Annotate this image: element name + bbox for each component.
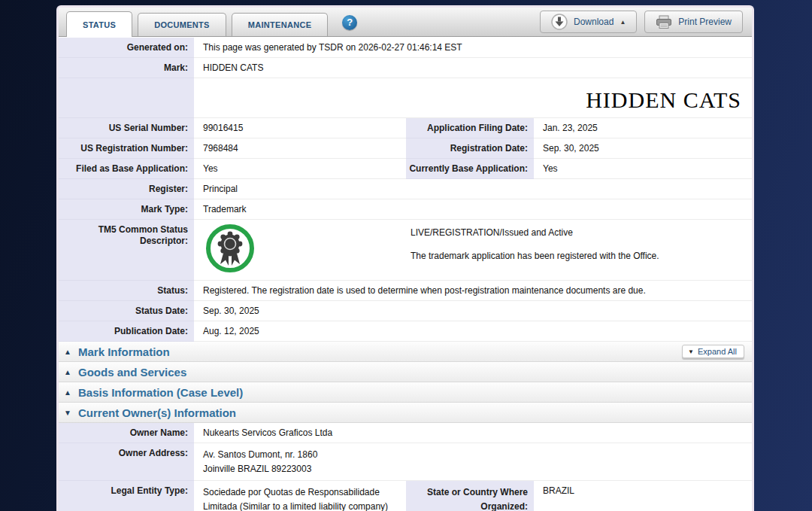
tab-maintenance[interactable]: MAINTENANCE [232, 13, 329, 36]
field-row-status: Status: Registered. The registration dat… [59, 281, 752, 301]
field-value: Sociedade por Quotas de Responsabilidade… [194, 481, 406, 511]
tab-status[interactable]: STATUS [66, 11, 132, 37]
field-label: State or Country Where Organized: [406, 481, 534, 511]
tab-strip: STATUS DOCUMENTS MAINTENANCE ? [59, 8, 357, 36]
owner-address-line1: Av. Santos Dumont, nr. 1860 [203, 448, 744, 462]
field-label: Generated on: [59, 38, 194, 58]
section-caret-icon: ▲ [64, 368, 73, 376]
section-title: Mark Information [78, 345, 170, 358]
field-row-owner-address: Owner Address: Av. Santos Dumont, nr. 18… [59, 443, 752, 481]
tm5-description: The trademark application has been regis… [411, 251, 659, 262]
expand-all-label: Expand All [698, 347, 737, 356]
field-label: Owner Address: [59, 443, 194, 481]
field-label: Status Date: [59, 301, 194, 321]
field-row-serial-filing: US Serial Number: 99016415 Application F… [59, 118, 752, 138]
live-registration-badge-icon [205, 224, 255, 273]
tsdr-panel: STATUS DOCUMENTS MAINTENANCE ? Download … [56, 5, 754, 511]
section-caret-icon: ▲ [64, 348, 73, 356]
tab-documents[interactable]: DOCUMENTS [138, 13, 226, 36]
field-label: Mark: [59, 58, 194, 78]
section-mark-information[interactable]: ▲ Mark Information ▼ Expand All [59, 342, 752, 362]
help-icon[interactable]: ? [342, 15, 357, 30]
field-row-status-date: Status Date: Sep. 30, 2025 [59, 301, 752, 321]
field-row-generated-on: Generated on: This page was generated by… [59, 38, 752, 58]
field-row-owner-name: Owner Name: Nukearts Servicos Graficos L… [59, 423, 752, 443]
mark-image: HIDDEN CATS [203, 83, 744, 113]
tm5-badge-container [203, 224, 411, 276]
print-preview-label: Print Preview [678, 17, 732, 27]
field-row-regnum-regdate: US Registration Number: 7968484 Registra… [59, 138, 752, 159]
field-label: Owner Name: [59, 423, 194, 443]
printer-icon [656, 15, 672, 29]
field-value: Yes [194, 159, 406, 179]
section-caret-icon: ▲ [64, 388, 73, 397]
owner-address-cell: Av. Santos Dumont, nr. 1860 Joinville BR… [194, 443, 752, 481]
field-value: This page was generated by TSDR on 2026-… [194, 38, 752, 58]
owner-address-line2: Joinville BRAZIL 89223003 [203, 462, 744, 476]
field-row-base-application: Filed as Base Application: Yes Currently… [59, 159, 752, 179]
field-row-register: Register: Principal [59, 179, 752, 199]
toolbar: STATUS DOCUMENTS MAINTENANCE ? Download … [59, 8, 752, 37]
field-value: Aug. 12, 2025 [194, 321, 752, 342]
field-value: 99016415 [194, 118, 406, 138]
section-caret-icon: ▼ [64, 409, 73, 417]
field-label: Filed as Base Application: [59, 159, 194, 179]
field-value: Nukearts Servicos Graficos Ltda [194, 423, 752, 443]
status-content: Generated on: This page was generated by… [59, 38, 752, 511]
section-title: Current Owner(s) Information [78, 406, 236, 419]
download-icon [551, 14, 568, 30]
download-label: Download [574, 17, 614, 27]
section-title: Basis Information (Case Level) [78, 386, 243, 399]
field-label: TM5 Common Status Descriptor: [59, 220, 194, 281]
mark-image-cell: HIDDEN CATS [194, 78, 752, 118]
field-value: Trademark [194, 199, 752, 220]
field-row-mark-type: Mark Type: Trademark [59, 199, 752, 220]
section-title: Goods and Services [78, 366, 186, 379]
tm5-value-cell: LIVE/REGISTRATION/Issued and Active The … [194, 220, 752, 281]
field-row-tm5: TM5 Common Status Descriptor: [59, 220, 752, 281]
field-value: 7968484 [194, 138, 406, 159]
download-collapse-caret-icon: ▲ [620, 19, 626, 26]
field-value: Registered. The registration date is use… [194, 281, 752, 301]
field-label: US Serial Number: [59, 118, 194, 138]
field-label: Register: [59, 179, 194, 199]
field-value: Principal [194, 179, 752, 199]
field-value: Sep. 30, 2025 [194, 301, 752, 321]
expand-all-button[interactable]: ▼ Expand All [682, 345, 744, 358]
tm5-text-block: LIVE/REGISTRATION/Issued and Active The … [411, 224, 659, 262]
field-value: HIDDEN CATS [194, 58, 752, 78]
download-button[interactable]: Download ▲ [540, 11, 637, 33]
section-basis-information[interactable]: ▲ Basis Information (Case Level) [59, 382, 752, 403]
print-preview-button[interactable]: Print Preview [644, 11, 743, 33]
section-current-owners-information[interactable]: ▼ Current Owner(s) Information [59, 403, 752, 423]
field-label: Registration Date: [406, 138, 534, 159]
field-label-empty [59, 78, 194, 118]
field-label: Currently Base Application: [406, 159, 534, 179]
mark-image-row: HIDDEN CATS [59, 78, 752, 118]
field-value: BRAZIL [534, 481, 752, 511]
field-label: Status: [59, 281, 194, 301]
field-label: US Registration Number: [59, 138, 194, 159]
field-row-legal-entity: Legal Entity Type: Sociedade por Quotas … [59, 481, 752, 511]
field-value: Yes [534, 159, 752, 179]
field-label: Application Filing Date: [406, 118, 534, 138]
field-row-publication-date: Publication Date: Aug. 12, 2025 [59, 321, 752, 342]
expand-all-caret-icon: ▼ [688, 348, 694, 355]
toolbar-actions: Download ▲ Print Preview [540, 8, 752, 36]
field-label: Publication Date: [59, 321, 194, 342]
field-row-mark: Mark: HIDDEN CATS [59, 58, 752, 78]
field-value: Sep. 30, 2025 [534, 138, 752, 159]
field-label: Mark Type: [59, 199, 194, 220]
section-goods-and-services[interactable]: ▲ Goods and Services [59, 362, 752, 382]
field-value: Jan. 23, 2025 [534, 118, 752, 138]
tm5-status-line: LIVE/REGISTRATION/Issued and Active [411, 227, 659, 239]
field-label: Legal Entity Type: [59, 481, 194, 511]
